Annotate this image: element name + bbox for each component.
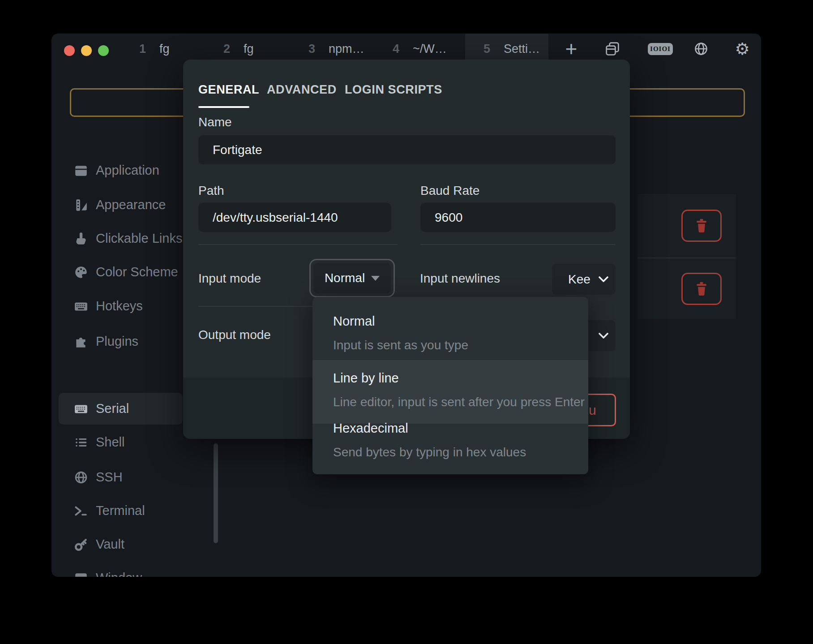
delete-connection-button[interactable] [681, 210, 722, 242]
tab-1[interactable]: 1 fg [139, 34, 170, 64]
sidebar-item-serial[interactable]: Serial [59, 393, 183, 425]
baud-rate-input[interactable]: 9600 [420, 203, 616, 232]
window-icon [74, 571, 88, 577]
input-newlines-label: Input newlines [420, 271, 500, 286]
tab-number: 5 [484, 42, 490, 56]
sidebar-item-label: Terminal [96, 503, 145, 518]
tab-label: fg [159, 42, 170, 56]
sidebar-item-terminal[interactable]: Terminal [59, 495, 183, 527]
input-newlines-value: Kee [568, 272, 590, 287]
row-divider [638, 258, 736, 258]
sidebar-item-label: Window [96, 571, 142, 577]
hand-pointer-icon [74, 232, 88, 246]
name-label: Name [198, 115, 232, 129]
divider [198, 244, 398, 245]
tab-label: npm… [329, 42, 364, 56]
app-window: 1 fg 2 fg 3 npm… 4 ~/W… 5 Setti… + [51, 34, 761, 577]
tab-label: Setti… [504, 42, 540, 56]
zoom-button[interactable] [98, 45, 109, 56]
sidebar-item-label: Serial [96, 401, 129, 416]
minimize-button[interactable] [81, 45, 92, 56]
highlighted-option-background [312, 360, 588, 424]
output-mode-label: Output mode [198, 328, 271, 342]
scrollbar[interactable] [214, 443, 218, 543]
sidebar-item-label: Shell [96, 435, 125, 450]
network-button[interactable] [690, 34, 712, 64]
input-mode-label: Input mode [198, 271, 261, 286]
dialog-tab-general[interactable]: GENERAL [198, 83, 259, 97]
sidebar-item-label: Appearance [96, 197, 166, 212]
active-tab-underline [198, 106, 249, 108]
option-title: Line by line [333, 371, 399, 386]
option-description: Send bytes by typing in hex values [333, 445, 526, 459]
option-title: Hexadecimal [333, 421, 408, 436]
baud-rate-label: Baud Rate [420, 184, 479, 198]
sidebar-item-label: Application [96, 163, 159, 178]
app-window-icon [74, 163, 88, 178]
tab-label: ~/W… [413, 42, 447, 56]
name-input[interactable]: Fortigate [198, 135, 616, 164]
trash-icon [694, 218, 709, 233]
tab-label: fg [244, 42, 254, 56]
input-mode-select[interactable]: Normal [313, 263, 391, 293]
trash-icon [694, 281, 709, 296]
globe-icon [74, 470, 88, 485]
sidebar-item-label: Clickable Links [96, 231, 182, 246]
path-label: Path [198, 184, 224, 198]
sidebar-item-shell[interactable]: Shell [59, 426, 183, 458]
globe-icon [693, 41, 709, 56]
tab-number: 2 [223, 42, 230, 56]
sidebar-item-label: SSH [96, 470, 123, 485]
sidebar-item-label: Plugins [96, 334, 138, 349]
chevron-down-icon [599, 276, 608, 282]
sidebar-item-hotkeys[interactable]: Hotkeys [59, 290, 183, 322]
path-input[interactable]: /dev/tty.usbserial-1440 [198, 203, 391, 232]
gear-icon: ⚙ [735, 39, 749, 59]
divider [420, 244, 616, 245]
tab-number: 1 [139, 42, 146, 56]
sidebar-item-color-scheme[interactable]: Color Scheme [59, 256, 183, 288]
sidebar-item-application[interactable]: Application [59, 155, 183, 186]
sidebar-item-window[interactable]: Window [59, 562, 183, 577]
stacked-windows-icon [604, 41, 620, 57]
input-mode-value: Normal [325, 271, 365, 285]
list-icon [74, 435, 88, 450]
option-description: Input is sent as you type [333, 338, 468, 352]
sidebar-item-label: Color Scheme [96, 265, 178, 279]
puzzle-icon [74, 335, 88, 349]
palette-icon [74, 265, 88, 279]
close-button[interactable] [64, 45, 75, 56]
sidebar-item-appearance[interactable]: Appearance [59, 189, 183, 221]
connections-list [638, 194, 736, 319]
dialog-tab-login-scripts[interactable]: LOGIN SCRIPTS [345, 83, 442, 97]
sidebar-item-ssh[interactable]: SSH [59, 461, 183, 493]
settings-button[interactable]: ⚙ [731, 34, 753, 64]
appearance-swatch-icon [74, 198, 88, 212]
keyboard-icon [74, 402, 88, 416]
input-mode-dropdown-menu: Normal Input is sent as you type Line by… [312, 297, 588, 474]
keyboard-icon [74, 299, 88, 313]
input-newlines-select[interactable]: Kee [552, 264, 616, 295]
sidebar-item-clickable-links[interactable]: Clickable Links [59, 223, 183, 254]
sidebar-item-label: Vault [96, 537, 124, 552]
sidebar-item-label: Hotkeys [96, 299, 143, 313]
tab-number: 4 [393, 42, 399, 56]
screen: 1 fg 2 fg 3 npm… 4 ~/W… 5 Setti… + [0, 0, 813, 644]
dialog-tab-advanced[interactable]: ADVANCED [267, 83, 337, 97]
key-icon [74, 537, 88, 552]
serial-ioioi-icon: IOIOI [650, 45, 671, 53]
tab-number: 3 [308, 42, 315, 56]
delete-connection-button[interactable] [681, 273, 722, 305]
sidebar-item-plugins[interactable]: Plugins [59, 326, 183, 357]
option-description: Line editor, input is sent after you pre… [333, 395, 585, 409]
terminal-prompt-icon [74, 504, 88, 518]
chevron-down-icon [599, 333, 608, 339]
caret-down-icon [371, 276, 380, 281]
sidebar-item-vault[interactable]: Vault [59, 528, 183, 560]
option-title: Normal [333, 314, 375, 329]
serial-ports-button[interactable]: IOIOI [648, 43, 673, 55]
